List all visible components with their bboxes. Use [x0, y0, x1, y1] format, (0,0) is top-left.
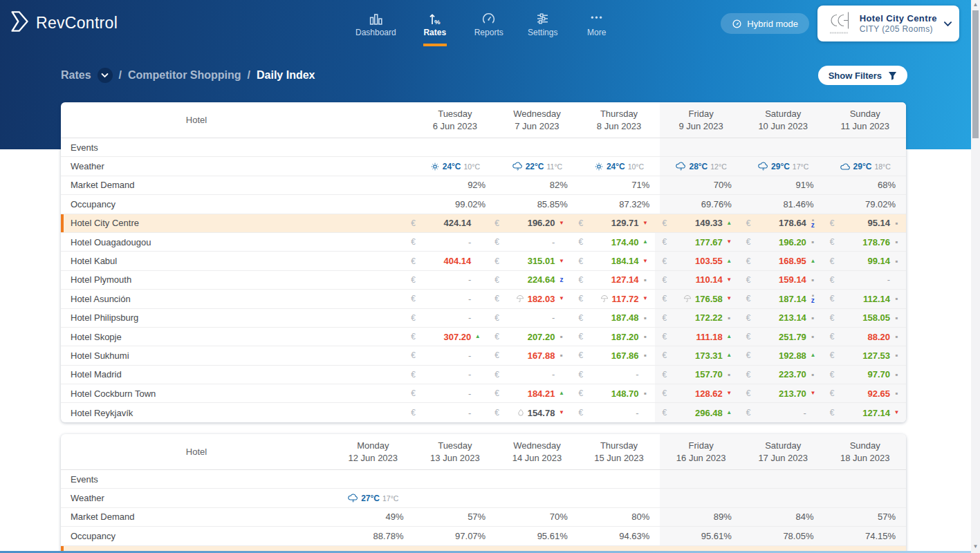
nav-reports[interactable]: Reports — [474, 0, 504, 46]
vertical-scrollbar[interactable]: ▲ ▼ — [971, 0, 980, 553]
equal-square-icon: ■ — [812, 335, 815, 339]
equal-square-icon: ■ — [812, 240, 815, 244]
rate-value: 224.64 — [528, 274, 555, 285]
euro-currency-symbol: € — [663, 237, 667, 247]
main-nav: Dashboard%RatesReportsSettingsMore — [355, 0, 612, 46]
rate-value: 110.14 — [696, 274, 723, 285]
scroll-down-arrow-icon[interactable]: ▼ — [971, 543, 980, 550]
chevron-down-icon — [943, 21, 952, 27]
rate-cell: €154.78▼ — [487, 403, 571, 422]
rate-value: - — [468, 312, 471, 323]
weather-row: Weather27°C17°C — [61, 489, 906, 507]
euro-currency-symbol: € — [494, 350, 499, 360]
nav-settings[interactable]: Settings — [528, 0, 558, 46]
rate-cell: €97.70■ — [822, 366, 906, 384]
rate-value: 157.70 — [695, 369, 723, 379]
rates-icon: % — [427, 9, 442, 26]
rate-cell: €- — [571, 403, 654, 422]
rate-cell: €296.48▲ — [655, 403, 739, 422]
nav-dashboard[interactable]: Dashboard — [355, 0, 396, 46]
euro-currency-symbol: € — [411, 313, 416, 323]
up-triangle-icon: ▲ — [559, 391, 564, 396]
snooze-z-icon: z — [811, 223, 815, 229]
day-header: Sunday11 Jun 2023 — [824, 102, 906, 138]
event-cell — [496, 138, 578, 156]
weather-cell: 22°C11°C — [496, 157, 578, 175]
rate-cell: €88.20■ — [822, 328, 906, 346]
rate-value: 174.40 — [611, 237, 639, 247]
rate-cell: €213.70▼ — [739, 384, 822, 402]
breadcrumb-competitor-shopping[interactable]: Competitor Shopping — [128, 69, 241, 82]
hotel-row[interactable]: Hotel Ouagadougou€-€-€174.40▲€177.67▼€19… — [61, 233, 906, 252]
rate-value: 213.14 — [779, 312, 806, 323]
trend-eq-icon: ■ — [641, 353, 650, 357]
market_demand-cell: 49% — [332, 508, 414, 526]
rate-cell: €207.20■ — [487, 328, 571, 346]
euro-currency-symbol: € — [411, 332, 416, 341]
occupancy-cell: 81.46% — [742, 195, 824, 213]
scrollbar-thumb[interactable] — [972, 10, 979, 138]
market_demand-cell: 91% — [742, 176, 824, 194]
trend-eq-icon: ■ — [557, 353, 566, 357]
hotel-row[interactable]: Hotel City Centre€424.14€196.20▼€129.71▼… — [61, 214, 906, 233]
cloud-icon — [840, 162, 851, 171]
hybrid-mode-button[interactable]: Hybrid mode — [721, 13, 809, 34]
euro-currency-symbol: € — [411, 218, 416, 228]
revcontrol-app: RevControl Dashboard%RatesReportsSetting… — [0, 0, 980, 553]
weather-cell: 27°C17°C — [332, 489, 414, 507]
nav-more[interactable]: More — [582, 0, 612, 46]
equal-square-icon: ■ — [728, 373, 730, 377]
weather-low-temp: 17°C — [382, 494, 398, 503]
scroll-up-arrow-icon[interactable]: ▲ — [971, 1, 980, 8]
day-name: Sunday — [850, 108, 880, 120]
rate-value: 213.70 — [779, 388, 806, 399]
trend-down-icon: ▼ — [892, 410, 901, 415]
trend-down-icon: ▼ — [641, 259, 650, 264]
trend-down-icon: ▼ — [725, 391, 734, 396]
hotel-row[interactable]: Hotel Reykjavík€-€154.78▼€-€296.48▲€-€12… — [61, 403, 906, 422]
hotel-row[interactable]: Hotel Madrid€-€-€-€157.70■€223.70■€97.70… — [61, 366, 906, 384]
trend-up-icon: ▲ — [808, 259, 817, 264]
events-row-label: Events — [61, 470, 332, 488]
euro-currency-symbol: € — [746, 294, 751, 303]
market_demand-cell: 82% — [496, 176, 578, 194]
rate-value: 187.14 — [779, 294, 806, 304]
euro-currency-symbol: € — [663, 370, 667, 379]
hotel-row[interactable]: Hotel Sukhumi€-€167.88■€167.86■€173.31▲€… — [61, 346, 906, 365]
rate-cell: €182.03▼ — [487, 290, 571, 308]
breadcrumb-dropdown-chevron-icon[interactable] — [98, 68, 113, 83]
rate-cell: €148.70■ — [571, 384, 654, 402]
euro-currency-symbol: € — [578, 370, 583, 379]
rate-cell-empty — [332, 366, 403, 384]
event-cell — [578, 470, 660, 488]
weather-cell: 28°C12°C — [660, 157, 742, 175]
day-date: 16 Jun 2023 — [676, 452, 726, 464]
weather-high-temp: 27°C — [361, 494, 380, 503]
hotel-row[interactable]: Hotel Plymouth€-€224.64z€127.14■€110.14▼… — [61, 271, 906, 290]
nav-rates[interactable]: %Rates — [420, 0, 450, 46]
equal-square-icon: ■ — [560, 335, 563, 339]
hotel-row[interactable]: Hotel Asunción€-€182.03▼€117.72▼€176.58▼… — [61, 290, 906, 308]
euro-currency-symbol: € — [746, 388, 751, 398]
trend-down-icon: ▼ — [725, 277, 734, 283]
hotel-row[interactable]: Hotel Cockburn Town€-€184.21▲€148.70■€12… — [61, 384, 906, 403]
hotel-row[interactable]: Hotel Kabul€404.14€315.01▼€184.14▼€103.5… — [61, 252, 906, 270]
weather-high-temp: 29°C — [853, 162, 872, 171]
euro-currency-symbol: € — [746, 350, 751, 360]
breadcrumb-rates[interactable]: Rates — [61, 69, 91, 82]
nav-label: More — [587, 28, 606, 37]
hotel-row[interactable]: Hotel Skopje€307.20▲€207.20■€187.20■€111… — [61, 328, 906, 346]
revcontrol-logo[interactable]: RevControl — [10, 9, 118, 37]
trend-eq-icon: ■ — [808, 373, 817, 377]
hotel-row[interactable]: Hotel Philipsburg€-€-€187.48■€172.22■€21… — [61, 309, 906, 328]
weather-low-temp: 12°C — [710, 162, 726, 171]
market_demand-cell: 80% — [578, 508, 660, 526]
down-triangle-icon: ▼ — [559, 410, 564, 415]
top-navigation-bar: RevControl Dashboard%RatesReportsSetting… — [0, 0, 980, 46]
hotel-name: Hotel Plymouth — [61, 271, 332, 289]
rates-table-week1: HotelTuesday6 Jun 2023Wednesday7 Jun 202… — [61, 102, 906, 422]
up-triangle-icon: ▲ — [726, 334, 732, 339]
breadcrumb-separator: / — [119, 69, 122, 82]
show-filters-button[interactable]: Show Filters — [818, 66, 907, 85]
hotel-selector[interactable]: Hotel City Centre CITY (205 Rooms) — [817, 6, 959, 41]
